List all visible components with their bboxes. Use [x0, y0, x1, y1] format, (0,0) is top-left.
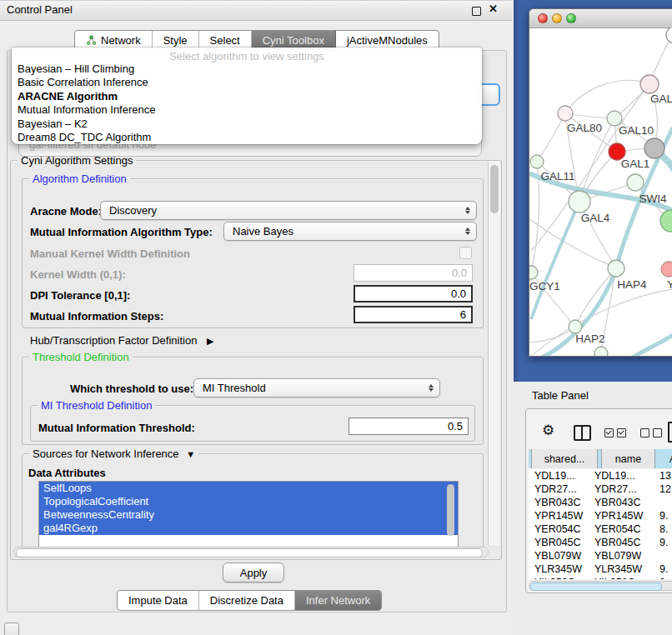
close-traffic-light[interactable]	[538, 13, 548, 23]
group-title: Algorithm Definition	[29, 172, 130, 185]
column-header-shared[interactable]: shared...	[531, 449, 598, 468]
scrollbar-thumb[interactable]	[16, 548, 483, 558]
list-scrollbar-thumb[interactable]	[447, 484, 454, 536]
algorithm-option[interactable]: Bayesian – K2	[14, 118, 479, 131]
network-node[interactable]	[644, 138, 664, 158]
zoom-traffic-light[interactable]	[566, 13, 576, 23]
mi-threshold-field[interactable]: 0.5	[349, 418, 469, 435]
algorithm-option[interactable]: Bayesian – Hill Climbing	[14, 62, 479, 76]
table-row[interactable]: YBR045CYBR045C9.	[529, 536, 672, 549]
network-canvas[interactable]: GALGAL80GAL10GAL1GAL11SWI4GAL4HAP4YGCY1H…	[529, 28, 672, 356]
data-attribute-item[interactable]: BetweennessCentrality	[39, 508, 458, 522]
tab-discretize-data[interactable]: Discretize Data	[199, 591, 295, 610]
cyni-bottom-tabs: Impute Data Discretize Data Infer Networ…	[117, 590, 382, 611]
table-row[interactable]: YER054CYER054C8.	[529, 522, 672, 536]
mi-threshold-label: Mutual Information Threshold:	[38, 422, 195, 434]
aracne-mode-combo[interactable]: Discovery	[100, 201, 477, 220]
network-node-hap4[interactable]	[608, 260, 624, 277]
network-node-gal80[interactable]	[558, 106, 573, 121]
table-row[interactable]: YLR345WYLR345W9.	[529, 562, 672, 576]
unchecked-checkbox-icon[interactable]	[653, 428, 662, 438]
network-graph: GALGAL80GAL10GAL1GAL11SWI4GAL4HAP4YGCY1H…	[529, 28, 672, 356]
table-cell: YDR27...	[594, 482, 637, 496]
table-cell: 9.	[659, 536, 668, 549]
data-attribute-item[interactable]: SelfLoops	[39, 482, 458, 495]
network-node-gal[interactable]	[640, 75, 659, 93]
network-node-y[interactable]	[661, 262, 672, 277]
settings-horizontal-scrollbar[interactable]	[13, 547, 489, 558]
data-attribute-item[interactable]: gal4RGexp	[39, 522, 458, 535]
unchecked-checkbox-icon[interactable]	[640, 428, 649, 438]
network-node-swi4[interactable]	[627, 174, 644, 191]
table-row[interactable]: YDR27...YDR27...12	[529, 482, 672, 496]
data-attributes-list[interactable]: SelfLoopsTopologicalCoefficientBetweenne…	[38, 481, 459, 548]
collapse-down-icon[interactable]: ▼	[186, 449, 195, 459]
network-view-window[interactable]: GALGAL80GAL10GAL1GAL11SWI4GAL4HAP4YGCY1H…	[529, 8, 672, 357]
table-cell: 12	[659, 482, 671, 496]
network-node[interactable]	[594, 347, 608, 356]
combo-value: Naive Bayes	[233, 225, 293, 238]
aracne-mode-label: Aracne Mode:	[30, 205, 102, 218]
table-row[interactable]: YDL19...YDL19...13	[529, 469, 672, 482]
algorithm-option[interactable]: Mutual Information Inference	[14, 103, 479, 117]
kernel-width-field[interactable]: 0.0	[354, 264, 473, 282]
node-label: HAP4	[617, 278, 647, 291]
node-label: GAL1	[621, 158, 650, 170]
table-cell: YDL19...	[594, 469, 635, 482]
checked-checkbox-icon[interactable]	[617, 428, 626, 438]
node-label: SWI4	[639, 192, 666, 205]
control-panel-titlebar: Control Panel ✕	[0, 0, 512, 21]
network-node-hap2[interactable]	[569, 320, 582, 333]
node-label: GCY1	[529, 280, 560, 292]
float-window-icon[interactable]	[472, 7, 481, 16]
table-row[interactable]: YIL052CYIL052C9.	[529, 576, 672, 579]
mi-steps-field[interactable]: 6	[354, 306, 473, 323]
columns-icon[interactable]	[574, 425, 591, 441]
dpi-tolerance-field[interactable]: 0.0	[354, 285, 473, 302]
network-window-titlebar[interactable]	[529, 9, 672, 28]
gear-icon[interactable]: ⚙	[542, 423, 554, 438]
minimize-traffic-light[interactable]	[552, 13, 562, 23]
checked-checkbox-icon[interactable]	[604, 428, 614, 438]
scrollbar-thumb[interactable]	[490, 165, 499, 213]
dpi-tolerance-label: DPI Tolerance [0,1]:	[30, 289, 130, 302]
expand-right-icon[interactable]: ▶	[207, 336, 213, 346]
manual-kernel-width-checkbox[interactable]	[459, 247, 472, 259]
close-icon[interactable]: ✕	[489, 2, 498, 15]
algorithm-popup-header: Select algorithm to view settings	[12, 50, 482, 62]
table-cell: 8.	[659, 522, 668, 536]
data-attribute-item[interactable]: TopologicalCoefficient	[39, 495, 458, 508]
column-header-name[interactable]: name	[601, 449, 655, 468]
table-horizontal-scrollbar[interactable]	[529, 581, 672, 591]
algorithm-option[interactable]: ARACNE Algorithm	[14, 90, 479, 103]
which-threshold-combo[interactable]: MI Threshold	[193, 378, 440, 398]
tab-label: Select	[210, 34, 240, 47]
mi-algorithm-type-combo[interactable]: Naive Bayes	[223, 222, 477, 241]
table-row[interactable]: YBR043CYBR043C	[529, 496, 672, 509]
node-label: GAL10	[619, 124, 654, 137]
algorithm-option[interactable]: Dream8 DC_TDC Algorithm	[14, 131, 479, 144]
table-row[interactable]: YBL079WYBL079W	[529, 549, 672, 562]
tab-infer-network[interactable]: Infer Network	[295, 591, 381, 610]
minimized-panel-icon[interactable]	[4, 622, 19, 635]
table-cell: YBR045C	[534, 536, 581, 549]
table-panel-card: ⚙ shared... name A YDL19...YDL19...13YDR…	[525, 408, 672, 593]
network-node-gal4[interactable]	[569, 191, 590, 212]
document-icon[interactable]	[668, 422, 672, 442]
settings-vertical-scrollbar[interactable]	[488, 162, 500, 545]
table-header: shared... name A	[529, 449, 672, 468]
table-cell: YLR345W	[534, 562, 582, 576]
column-header-partial[interactable]: A	[655, 449, 672, 468]
scrollbar-thumb[interactable]	[530, 582, 662, 591]
table-body[interactable]: YDL19...YDL19...13YDR27...YDR27...12YBR0…	[529, 469, 672, 579]
tab-impute-data[interactable]: Impute Data	[118, 591, 199, 610]
table-cell: YPR145W	[534, 509, 583, 522]
algorithm-option[interactable]: Basic Correlation Inference	[14, 76, 479, 89]
table-row[interactable]: YPR145WYPR145W9.	[529, 509, 672, 522]
hub-definition-expander[interactable]: Hub/Transcription Factor Definition ▶	[30, 334, 213, 347]
network-node-gal11[interactable]	[530, 155, 544, 168]
network-node[interactable]	[666, 28, 672, 43]
table-cell: 9.	[659, 576, 668, 579]
apply-button[interactable]: Apply	[223, 562, 284, 582]
network-node-gcy1[interactable]	[529, 266, 538, 279]
